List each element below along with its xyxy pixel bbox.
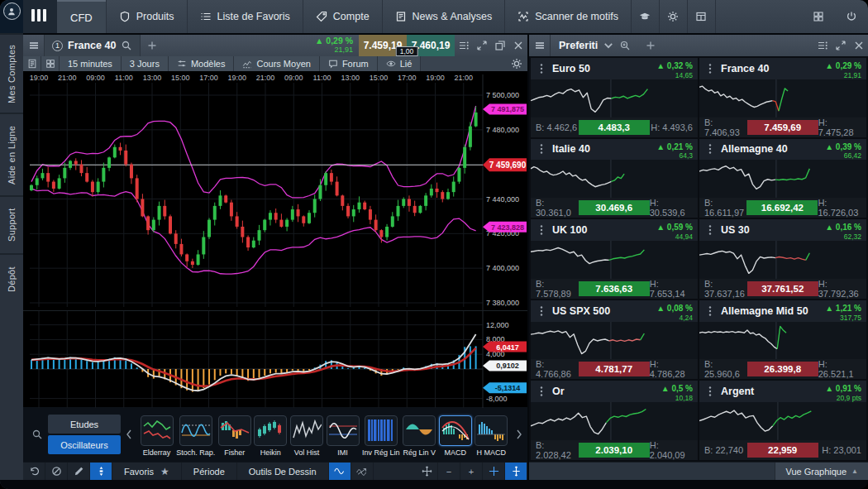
range-select[interactable]: 3 Jours [122,56,169,71]
tile-price-button[interactable]: 26.399,8 [747,362,818,376]
pan-button[interactable] [416,463,438,480]
study-elderray[interactable]: Elderray [141,415,174,457]
watchlist-tile-euro-50[interactable]: Euro 50▲ 0,32 %14,65B: 4.462,64.483,3H: … [531,58,698,137]
study-fisher[interactable]: Fisher [218,415,251,457]
models-button[interactable]: Modèles [169,56,235,71]
main-chart-canvas[interactable]: 19:0021:0009:0011:0013:0015:0017:0019:00… [23,71,527,310]
disable-drawing-button[interactable] [45,463,68,480]
average-price-button[interactable]: Cours Moyen [234,56,319,71]
education-button[interactable] [632,0,660,33]
wave-tool-button[interactable] [329,463,351,480]
vertical-dots-icon[interactable] [704,305,716,317]
tile-sparkline[interactable] [699,402,866,440]
tile-sparkline[interactable] [531,402,698,440]
sidebar-item-mes-comptes[interactable]: Mes Comptes [0,33,23,113]
studies-scroll-left[interactable] [124,429,134,439]
settings-button[interactable] [660,0,688,33]
tile-price-button[interactable]: 37.761,52 [747,281,818,296]
reset-button[interactable] [23,463,45,480]
chart-settings-button[interactable] [506,56,527,71]
layout-button[interactable] [688,0,716,33]
watchlist-tile-argent[interactable]: Argent▲ 0,91 %20,9 ptsB: 22,74022,959H: … [699,381,866,460]
chart-menu-button[interactable] [23,35,45,56]
window-options-button[interactable] [455,35,473,56]
linked-button[interactable]: Lié [378,56,422,71]
tab-cfd[interactable]: CFD [57,0,106,33]
favorites-button[interactable]: Favoris★ [112,463,182,480]
tile-price-button[interactable]: 2.039,10 [579,443,650,458]
drawing-tools-button[interactable]: Outils De Dessin [237,463,329,480]
menu-item-compte[interactable]: Compte [303,0,383,33]
studies-tab-oscillateurs[interactable]: Oscillateurs [48,435,121,454]
watchlist-tile-italie-40[interactable]: Italie 40▲ 0,21 %64,3B: 30.361,030.469,6… [531,139,698,218]
zoom-out-button[interactable]: − [438,463,460,480]
watchlist-tile-us-spx-500[interactable]: US SPX 500▲ 0,08 %4,24B: 4.766,864.781,7… [531,300,698,380]
window-popout-button[interactable] [491,35,509,56]
sidebar-item-d-p-t[interactable]: Dépôt [0,253,23,304]
user-avatar[interactable] [3,2,21,20]
period-button[interactable]: Période [182,463,237,480]
menu-item-produits[interactable]: Produits [106,0,188,33]
watchlist-tile-us-30[interactable]: US 30▲ 0,16 %62,32B: 37.637,1637.761,52H… [699,219,866,299]
vertical-dots-icon[interactable] [536,63,547,74]
study-vol-hist[interactable]: Vol Hist [290,415,323,457]
tile-price-button[interactable]: 7.636,63 [579,281,650,296]
watchlist-tile-or[interactable]: Or▲ 0,5 %10,18B: 2.028,422.039,10H: 2.04… [531,381,698,460]
chart-grid-button[interactable] [41,56,60,71]
tile-sparkline[interactable] [699,241,866,279]
instrument-selector[interactable]: 1 France 40 [45,35,141,56]
tile-price-button[interactable]: 16.692,42 [746,200,818,215]
tile-sparkline[interactable] [699,322,866,360]
study-inv-r-g-lin[interactable]: Inv Rég Lin [362,415,400,457]
view-mode-button[interactable]: Vue Graphique▲ [775,463,868,480]
tile-price-button[interactable]: 30.469,6 [579,200,650,215]
tile-price-button[interactable]: 4.483,3 [579,120,650,135]
crosshair-button[interactable] [483,463,505,480]
price-marker-button[interactable] [90,463,112,480]
window-close-button[interactable] [509,35,527,56]
studies-tab-etudes[interactable]: Etudes [48,415,121,434]
vertical-dots-icon[interactable] [536,386,547,397]
watchlist-tile-allemagne-mid-50[interactable]: Allemagne Mid 50▲ 1,21 %317,75B: 25.960,… [699,300,866,380]
vertical-dots-icon[interactable] [704,386,716,397]
vertical-dots-icon[interactable] [536,305,547,317]
zoom-in-button[interactable]: + [460,463,483,480]
vertical-dots-icon[interactable] [704,63,716,74]
vertical-dots-icon[interactable] [704,224,716,236]
study-stoch-rap[interactable]: Stoch. Rap. [176,415,215,457]
study-imi[interactable]: IMI [327,415,360,457]
window-expand-button[interactable] [832,35,850,56]
tile-sparkline[interactable] [531,241,698,279]
watchlist-menu-button[interactable] [529,35,551,56]
study-heikin[interactable]: Heikin [254,415,287,457]
watchlist-tile-france-40[interactable]: France 40▲ 0,29 %21,91B: 7.406,937.459,6… [699,58,866,137]
vertical-dots-icon[interactable] [536,143,547,155]
power-button[interactable] [835,0,868,33]
menu-item-scanner-de-motifs[interactable]: Scanner de motifs [505,0,632,33]
tile-sparkline[interactable] [699,160,866,198]
menu-item-news-analyses[interactable]: News & Analyses [383,0,506,33]
forum-button[interactable]: Forum [320,56,378,71]
tile-sparkline[interactable] [531,79,698,117]
pencil-button[interactable] [68,463,90,480]
watchlist-title-dropdown[interactable]: Preferiti [551,35,639,56]
tile-sparkline[interactable] [531,160,698,198]
tile-price-button[interactable]: 22,959 [747,443,818,458]
watchlist-tile-uk-100[interactable]: UK 100▲ 0,59 %44,94B: 7.578,897.636,63H:… [531,219,698,299]
oscillator-panel[interactable]: 12,0008,0004,000-8,0006,04170,9102-5,131… [23,310,527,407]
search-studies-icon[interactable] [31,429,43,440]
tile-sparkline[interactable] [531,322,698,360]
vertical-dots-icon[interactable] [536,224,547,236]
study-macd[interactable]: MACD [439,415,472,457]
trend-wave-button[interactable] [351,463,374,480]
study-r-g-lin-v[interactable]: Rég Lin V [403,415,436,457]
fit-vertical-button[interactable] [505,463,527,480]
zoom-in-search-icon[interactable] [619,40,631,51]
tile-price-button[interactable]: 7.459,69 [747,120,818,135]
sidebar-item-support[interactable]: Support [0,195,23,253]
new-watchlist-tab-button[interactable] [639,35,662,56]
sidebar-item-aide-en-ligne[interactable]: Aide en Ligne [0,113,23,195]
menu-item-liste-de-favoris[interactable]: Liste de Favoris [188,0,303,33]
studies-scroll-right[interactable] [514,429,524,439]
chart-legend-button[interactable] [23,56,41,71]
